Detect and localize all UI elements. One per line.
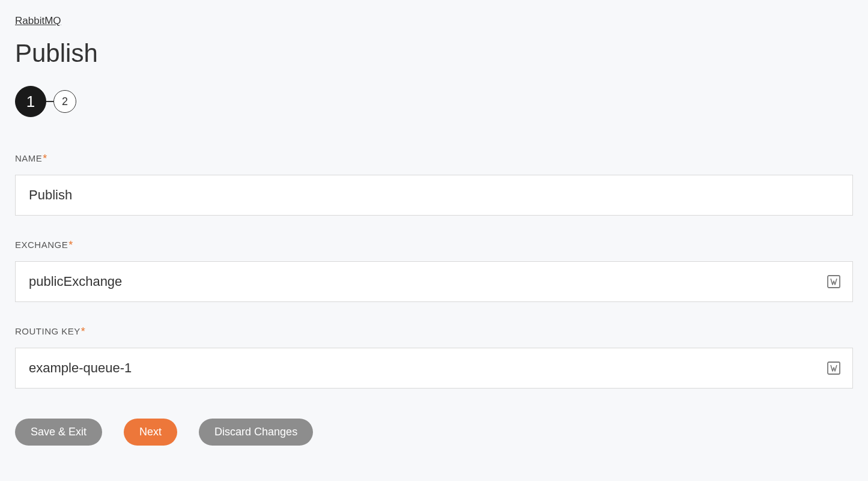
form-group-routing-key: ROUTING KEY* [15,326,853,389]
exchange-label-text: EXCHANGE [15,240,68,250]
required-mark: * [81,325,86,337]
required-mark: * [43,153,47,165]
exchange-input[interactable] [15,261,853,302]
page-title: Publish [15,39,853,68]
button-row: Save & Exit Next Discard Changes [15,419,853,446]
required-mark: * [68,239,73,251]
name-input[interactable] [15,175,853,216]
discard-button[interactable]: Discard Changes [199,419,313,446]
name-label-text: NAME [15,153,42,163]
step-1[interactable]: 1 [15,86,46,117]
step-2[interactable]: 2 [53,90,76,113]
variable-icon[interactable] [827,274,841,289]
next-button[interactable]: Next [124,419,177,446]
routing-key-input[interactable] [15,348,853,389]
breadcrumb-link[interactable]: RabbitMQ [15,15,61,27]
routing-key-label: ROUTING KEY* [15,326,85,337]
routing-key-label-text: ROUTING KEY [15,326,80,336]
step-connector [46,101,53,102]
variable-icon[interactable] [827,361,841,375]
form-group-exchange: EXCHANGE* [15,240,853,302]
name-label: NAME* [15,153,47,164]
exchange-label: EXCHANGE* [15,240,73,250]
save-exit-button[interactable]: Save & Exit [15,419,102,446]
form-group-name: NAME* [15,153,853,216]
stepper: 1 2 [15,86,853,117]
